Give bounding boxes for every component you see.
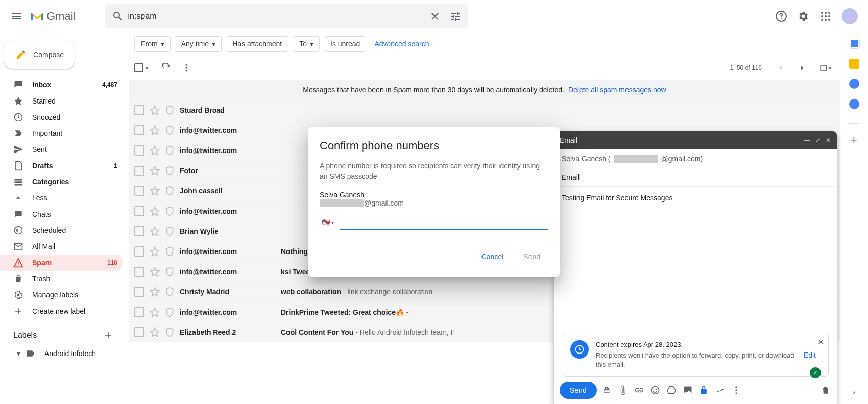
modal-desc: A phone number is required so recipients… (320, 161, 548, 182)
confirm-phone-modal: Confirm phone numbers A phone number is … (308, 127, 560, 277)
modal-backdrop: Confirm phone numbers A phone number is … (0, 0, 868, 404)
country-code-picker[interactable]: 🇺🇸▾ (320, 215, 336, 229)
recipient-name: Selva Ganesh (320, 191, 548, 199)
redacted-email-prefix (320, 199, 364, 207)
phone-input[interactable] (340, 214, 548, 230)
recipient-email: @gmail.com (320, 199, 548, 207)
modal-title: Confirm phone numbers (320, 139, 548, 153)
cancel-button[interactable]: Cancel (473, 248, 512, 265)
modal-send-button[interactable]: Send (515, 248, 548, 265)
